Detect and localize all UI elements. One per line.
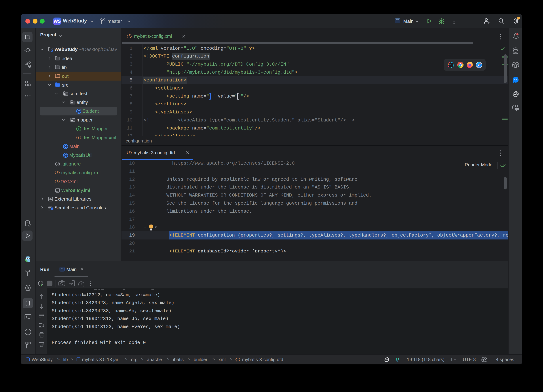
svg-text:I: I <box>78 127 79 131</box>
svg-text:C: C <box>78 110 80 113</box>
svg-text:C: C <box>64 154 67 157</box>
svg-text:IJ: IJ <box>449 63 452 65</box>
svg-text:C: C <box>64 145 67 149</box>
